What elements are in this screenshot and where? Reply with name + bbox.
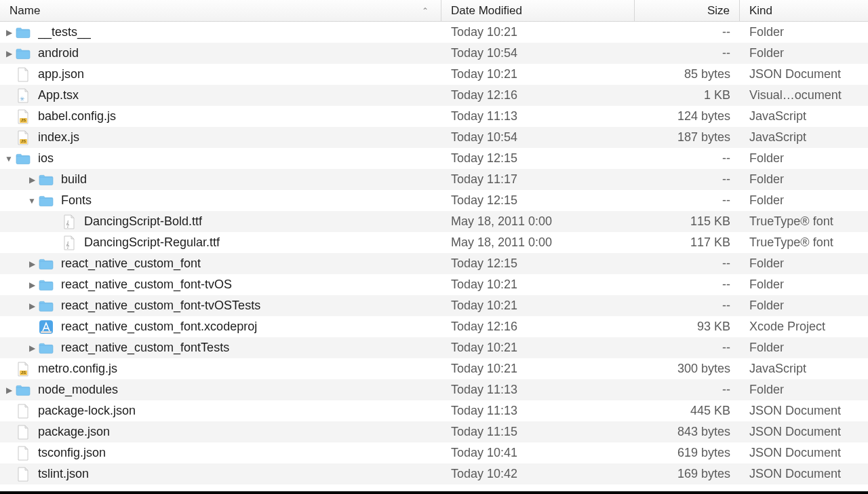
disclosure-closed-icon[interactable]: ▶ [26, 343, 38, 353]
cell-kind: Folder [740, 383, 868, 397]
cell-name: tslint.json [0, 466, 441, 482]
cell-size: 187 bytes [635, 130, 740, 145]
cell-date-modified: Today 11:13 [441, 109, 635, 124]
table-row[interactable]: JSindex.jsToday 10:54187 bytesJavaScript [0, 127, 868, 148]
table-row[interactable]: ▶react_native_custom_font-tvOSToday 10:2… [0, 274, 868, 295]
table-row[interactable]: JSmetro.config.jsToday 10:21300 bytesJav… [0, 358, 868, 379]
table-row[interactable]: ▶react_native_custom_fontToday 12:15--Fo… [0, 253, 868, 274]
cell-size: 115 KB [635, 214, 740, 229]
table-row[interactable]: ▼iosToday 12:15--Folder [0, 148, 868, 169]
cell-name: ▶build [0, 172, 441, 188]
sort-ascending-icon: ⌃ [422, 6, 429, 16]
cell-date-modified: Today 10:21 [441, 341, 635, 355]
cell-date-modified: Today 11:17 [441, 172, 635, 187]
table-row[interactable]: JSbabel.config.jsToday 11:13124 bytesJav… [0, 106, 868, 127]
column-header-name[interactable]: Name ⌃ [0, 0, 441, 21]
disclosure-closed-icon[interactable]: ▶ [3, 49, 15, 58]
file-icon [15, 445, 31, 461]
folder-icon [38, 277, 54, 293]
cell-date-modified: Today 11:15 [441, 425, 635, 439]
js-file-icon: JS [15, 361, 31, 377]
cell-date-modified: Today 12:16 [441, 88, 635, 102]
js-file-icon: JS [15, 109, 31, 125]
cell-date-modified: Today 12:15 [441, 193, 635, 208]
file-name-label: tsconfig.json [38, 446, 106, 460]
cell-size: -- [635, 172, 740, 187]
cell-kind: JSON Document [740, 67, 868, 81]
table-row[interactable]: package.jsonToday 11:15843 bytesJSON Doc… [0, 421, 868, 442]
cell-size: 124 bytes [635, 109, 740, 124]
file-name-label: tslint.json [38, 467, 89, 481]
table-row[interactable]: ✳︎App.tsxToday 12:161 KBVisual…ocument [0, 85, 868, 106]
table-row[interactable]: tslint.jsonToday 10:42169 bytesJSON Docu… [0, 463, 868, 484]
cell-name: ▼ios [0, 151, 441, 167]
cell-date-modified: Today 10:54 [441, 46, 635, 60]
cell-size: 117 KB [635, 235, 740, 250]
cell-name: react_native_custom_font.xcodeproj [0, 319, 441, 335]
table-row[interactable]: app.jsonToday 10:2185 bytesJSON Document [0, 64, 868, 85]
disclosure-closed-icon[interactable]: ▶ [3, 385, 15, 395]
disclosure-open-icon[interactable]: ▼ [3, 154, 15, 164]
folder-icon [15, 24, 31, 41]
table-row[interactable]: ▶__tests__Today 10:21--Folder [0, 22, 868, 43]
column-header-size[interactable]: Size [635, 0, 740, 21]
column-header-kind[interactable]: Kind [740, 0, 868, 21]
cell-size: 445 KB [635, 404, 740, 418]
cell-kind: JSON Document [740, 446, 868, 460]
cell-name: ▶react_native_custom_font-tvOSTests [0, 298, 441, 314]
table-row[interactable]: ▶node_modulesToday 11:13--Folder [0, 379, 868, 400]
cell-kind: Folder [740, 151, 868, 166]
file-name-label: App.tsx [38, 88, 79, 102]
table-row[interactable]: 𝄞DancingScript-Bold.ttfMay 18, 2011 0:00… [0, 211, 868, 232]
table-row[interactable]: ▶buildToday 11:17--Folder [0, 169, 868, 190]
disclosure-closed-icon[interactable]: ▶ [26, 175, 38, 185]
cell-kind: Xcode Project [740, 320, 868, 334]
file-name-label: node_modules [38, 383, 118, 397]
cell-size: -- [635, 193, 740, 208]
column-header-kind-label: Kind [749, 4, 772, 18]
bottom-edge [0, 491, 868, 494]
file-icon [15, 466, 31, 482]
table-row[interactable]: 𝄞DancingScript-Regular.ttfMay 18, 2011 0… [0, 232, 868, 253]
cell-date-modified: Today 10:21 [441, 299, 635, 313]
cell-name: tsconfig.json [0, 445, 441, 461]
disclosure-closed-icon[interactable]: ▶ [26, 301, 38, 311]
cell-name: ▶node_modules [0, 382, 441, 398]
cell-size: -- [635, 25, 740, 39]
cell-name: JSindex.js [0, 130, 441, 146]
cell-date-modified: Today 10:54 [441, 130, 635, 145]
table-row[interactable]: react_native_custom_font.xcodeprojToday … [0, 316, 868, 337]
cell-name: ▶react_native_custom_fontTests [0, 340, 441, 356]
file-name-label: babel.config.js [38, 109, 116, 124]
font-file-icon: 𝄞 [61, 214, 77, 230]
disclosure-open-icon[interactable]: ▼ [26, 196, 38, 206]
file-icon [15, 424, 31, 440]
cell-kind: Folder [740, 193, 868, 208]
folder-icon [15, 151, 31, 167]
folder-icon [38, 298, 54, 314]
disclosure-closed-icon[interactable]: ▶ [26, 259, 38, 269]
folder-icon [38, 340, 54, 356]
column-header-date-modified[interactable]: Date Modified [441, 0, 635, 21]
table-row[interactable]: ▶react_native_custom_font-tvOSTestsToday… [0, 295, 868, 316]
table-row[interactable]: ▼FontsToday 12:15--Folder [0, 190, 868, 211]
cell-date-modified: Today 10:21 [441, 25, 635, 39]
cell-size: -- [635, 256, 740, 271]
cell-date-modified: Today 12:15 [441, 151, 635, 166]
disclosure-closed-icon[interactable]: ▶ [3, 28, 15, 37]
cell-date-modified: May 18, 2011 0:00 [441, 235, 635, 250]
xcode-project-icon [38, 319, 54, 335]
table-row[interactable]: ▶react_native_custom_fontTestsToday 10:2… [0, 337, 868, 358]
cell-date-modified: Today 12:16 [441, 320, 635, 334]
disclosure-closed-icon[interactable]: ▶ [26, 280, 38, 290]
file-name-label: Fonts [61, 193, 92, 208]
file-name-label: package.json [38, 425, 110, 439]
file-name-label: metro.config.js [38, 362, 117, 376]
table-row[interactable]: tsconfig.jsonToday 10:41619 bytesJSON Do… [0, 442, 868, 463]
table-row[interactable]: ▶androidToday 10:54--Folder [0, 43, 868, 64]
cell-size: -- [635, 278, 740, 292]
column-header-size-label: Size [707, 4, 730, 18]
cell-size: 619 bytes [635, 446, 740, 460]
file-icon [15, 403, 31, 419]
table-row[interactable]: package-lock.jsonToday 11:13445 KBJSON D… [0, 400, 868, 421]
